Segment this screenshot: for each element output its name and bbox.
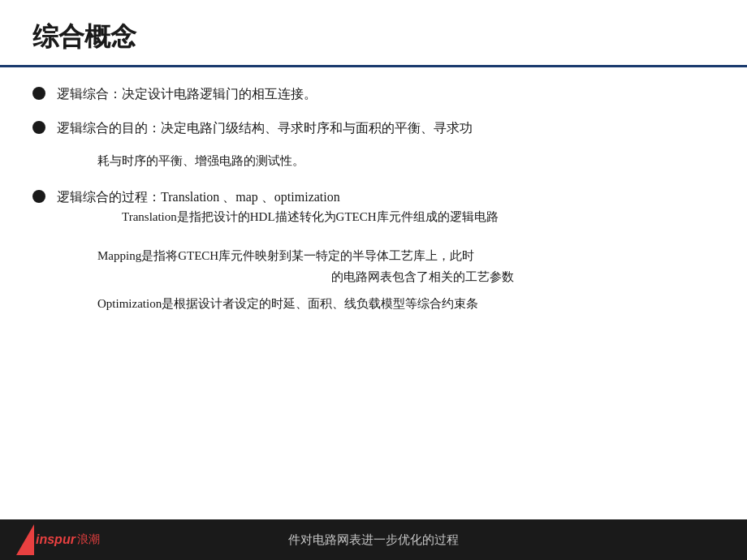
bullet-dot-1: [32, 87, 45, 100]
mapping-line1: Mapping是指将GTECH库元件映射到某一特定的半导体工艺库上，此时: [97, 246, 715, 267]
mapping-block: Mapping是指将GTECH库元件映射到某一特定的半导体工艺库上，此时 的电路…: [32, 246, 715, 287]
optimization-line1: Optimization是根据设计者设定的时延、面积、线负载模型等综合约束条: [97, 294, 715, 315]
slide-content: 逻辑综合：决定设计电路逻辑门的相互连接。 逻辑综合的目的：决定电路门级结构、寻求…: [0, 67, 747, 519]
logo-triangle-icon: [16, 524, 34, 555]
bullet-item-1: 逻辑综合：决定设计电路逻辑门的相互连接。: [32, 84, 715, 105]
bullet-text-2-main: 逻辑综合的目的：决定电路门级结构、寻求时序和与面积的平衡、寻求功: [57, 118, 715, 139]
footer-tagline: 件对电路网表进一步优化的过程: [288, 532, 459, 548]
bullet-dot-3: [32, 190, 45, 203]
footer-logo: inspur 浪潮: [16, 524, 100, 555]
logo-inspur-text: inspur: [36, 532, 76, 547]
bullet-text-3-line2: Translation是指把设计的HDL描述转化为GTECH库元件组成的逻辑电路: [57, 207, 715, 226]
slide-title: 综合概念: [32, 19, 715, 55]
bullet-text-1: 逻辑综合：决定设计电路逻辑门的相互连接。: [57, 84, 715, 105]
slide-header: 综合概念: [0, 0, 747, 67]
slide-container: 综合概念 逻辑综合：决定设计电路逻辑门的相互连接。 逻辑综合的目的：决定电路门级…: [0, 0, 747, 560]
bullet-item-2: 逻辑综合的目的：决定电路门级结构、寻求时序和与面积的平衡、寻求功: [32, 118, 715, 139]
bullet-item-3: 逻辑综合的过程：Translation 、map 、optimization T…: [32, 187, 715, 227]
bullet-text-3-main: 逻辑综合的过程：Translation 、map 、optimization: [57, 187, 715, 208]
bullet-text-2-sub: 耗与时序的平衡、增强电路的测试性。: [32, 151, 715, 172]
mapping-line2: 的电路网表包含了相关的工艺参数: [97, 267, 715, 288]
optimization-block: Optimization是根据设计者设定的时延、面积、线负载模型等综合约束条: [32, 294, 715, 315]
slide-footer: inspur 浪潮 件对电路网表进一步优化的过程: [0, 519, 747, 560]
bullet-dot-2: [32, 121, 45, 134]
logo-cn-text: 浪潮: [77, 532, 100, 547]
